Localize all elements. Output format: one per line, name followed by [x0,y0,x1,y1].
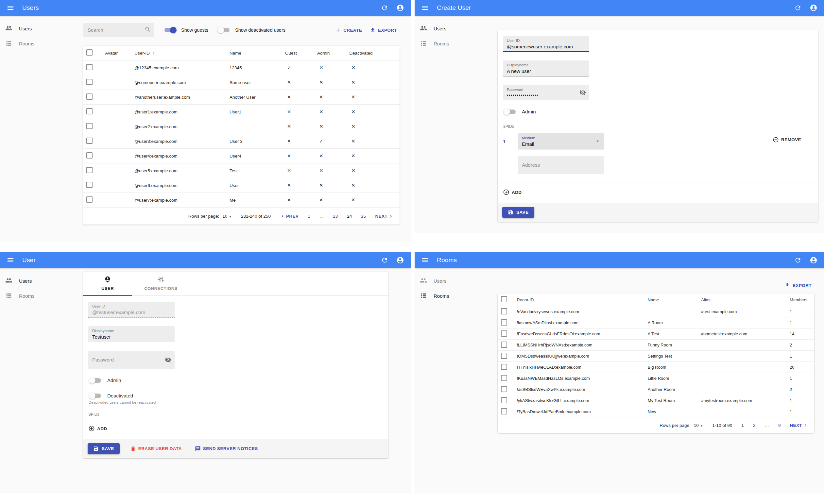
select-all-checkbox[interactable] [86,49,93,55]
row-checkbox[interactable] [501,342,507,348]
col-guest[interactable]: Guest [282,46,314,60]
col-admin[interactable]: Admin [314,46,346,60]
room-row[interactable]: !KuasNWEMasdHasLOs:example.comLittle Roo… [498,373,814,384]
displayname-input[interactable] [92,334,171,340]
menu-icon[interactable] [419,2,431,14]
row-checkbox[interactable] [86,167,93,173]
room-row[interactable]: !OMSDsdweassllUUjjwe:example.comSettings… [498,351,814,362]
row-checkbox[interactable] [86,182,93,188]
room-row[interactable]: !FasdweDssccaGLdsFRddsOl:example.comA Te… [498,329,814,340]
room-row[interactable]: !TyBasDmwelJdfFaeBmk:example.comNew1 [498,406,814,417]
next-page-button[interactable]: NEXT [790,422,808,428]
refresh-icon[interactable] [379,2,390,14]
row-checkbox[interactable] [501,331,507,337]
col-name[interactable]: Name [644,293,698,306]
admin-toggle[interactable] [90,378,101,383]
sidebar-item-rooms[interactable]: Rooms [415,288,498,303]
visibility-off-icon[interactable] [165,357,171,363]
address-field[interactable] [518,156,604,174]
deactivated-toggle[interactable] [90,393,101,398]
create-button[interactable]: CREATE [332,25,365,35]
room-row[interactable]: !asSBSlsdWEvaXwPk:example.comAnother Roo… [498,384,814,395]
room-row[interactable]: !eVasdacvxysewus:example.com#test:exampl… [498,306,814,318]
row-checkbox[interactable] [86,123,93,129]
sidebar-item-rooms[interactable]: Rooms [415,36,498,51]
row-checkbox[interactable] [86,138,93,144]
room-row[interactable]: !LLIMSSNHrhRjsdWNXsd:example.comFunny Ro… [498,340,814,351]
tab-connections[interactable]: CONNECTIONS [132,272,190,296]
sidebar-item-users[interactable]: Users [415,21,498,36]
account-icon[interactable] [808,254,819,266]
row-checkbox[interactable] [501,353,507,359]
erase-user-data-button[interactable]: ERASE USER DATA [127,444,184,454]
account-icon[interactable] [808,2,819,14]
col-alias[interactable]: Alias [698,293,787,306]
add-pid-button[interactable]: ADD [88,423,110,434]
user-id-input[interactable] [507,44,585,49]
row-checkbox[interactable] [501,386,507,392]
col-room-id[interactable]: Room-ID [514,293,644,306]
rows-per-page-select[interactable]: 10 ▼ [222,214,232,219]
row-checkbox[interactable] [86,152,93,158]
displayname-input[interactable] [507,68,585,74]
refresh-icon[interactable] [379,254,390,266]
row-checkbox[interactable] [501,364,507,370]
send-server-notices-button[interactable]: SEND SERVER NOTICES [192,444,261,454]
password-input[interactable] [92,357,171,363]
add-pid-button[interactable]: ADD [503,187,524,198]
row-checkbox[interactable] [501,319,507,326]
row-checkbox[interactable] [501,308,507,314]
room-row[interactable]: !ykAStwxasdwsKkxGILL:example.comMy Test … [498,395,814,406]
user-row[interactable]: @user2:example.com✕✕✕ [83,119,400,134]
account-icon[interactable] [394,2,406,14]
row-checkbox[interactable] [86,64,93,70]
sidebar-item-rooms[interactable]: Rooms [0,288,83,303]
row-checkbox[interactable] [86,79,93,85]
row-checkbox[interactable] [86,197,93,203]
col-members[interactable]: Members [787,293,814,306]
page-number[interactable]: 2 [753,423,756,428]
search-input[interactable] [87,27,144,33]
row-checkbox[interactable] [86,94,93,100]
refresh-icon[interactable] [792,2,804,14]
page-number[interactable]: 9 [778,423,781,428]
show-deactivated-toggle[interactable] [218,28,229,32]
refresh-icon[interactable] [792,254,804,266]
visibility-off-icon[interactable] [580,89,586,96]
row-checkbox[interactable] [501,408,507,414]
col-deactivated[interactable]: Deactivated [346,46,400,60]
user-row[interactable]: @someuser:example.comSome user✕✕✕ [83,75,400,90]
user-row[interactable]: @user4:example.comUser4✕✕✕ [83,149,400,163]
page-number[interactable]: 23 [333,214,338,219]
tab-user[interactable]: USER [83,272,132,296]
page-number[interactable]: 1 [308,214,310,219]
user-id-field[interactable]: User-ID [503,36,589,52]
rows-per-page-select[interactable]: 10 ▼ [694,423,703,428]
row-checkbox[interactable] [86,108,93,114]
export-button[interactable]: EXPORT [782,280,814,290]
user-row[interactable]: @anotheruser:example.comAnother User✕✕✕ [83,90,400,105]
select-all-checkbox[interactable] [501,296,507,302]
save-button[interactable]: SAVE [88,443,120,454]
menu-icon[interactable] [5,2,16,14]
user-row[interactable]: @user1:example.comUser1✕✕✕ [83,105,400,119]
password-field[interactable] [88,351,175,369]
room-row[interactable]: !lasmnwASmDllasi:example.comA Room1 [498,318,814,329]
show-guests-toggle[interactable] [165,28,176,32]
export-button[interactable]: EXPORT [367,25,400,35]
user-row[interactable]: @user7:example.comMe✕✕✕ [83,193,400,208]
admin-toggle[interactable] [505,110,516,114]
account-icon[interactable] [394,254,406,266]
address-input[interactable] [522,162,600,168]
row-checkbox[interactable] [501,397,507,403]
prev-page-button[interactable]: PREV [280,214,299,219]
password-field[interactable]: Password •••••••••••••••• [503,85,589,100]
col-name[interactable]: Name [226,46,282,60]
displayname-field[interactable]: Displayname [503,60,589,77]
menu-icon[interactable] [419,254,431,266]
user-row[interactable]: @12345:example.com12345✓✕✕ [83,60,400,75]
room-row[interactable]: !TTnlslkHHweOLAD:example.comBig Room20 [498,362,814,373]
save-button[interactable]: SAVE [502,207,534,218]
row-checkbox[interactable] [501,375,507,381]
next-page-button[interactable]: NEXT [375,214,394,219]
